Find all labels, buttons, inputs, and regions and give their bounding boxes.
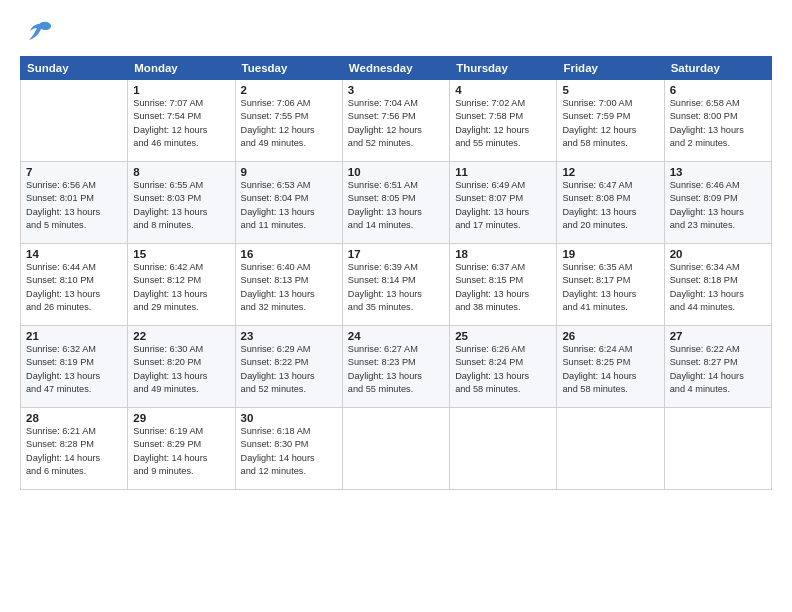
day-detail: Sunrise: 6:24 AMSunset: 8:25 PMDaylight:…: [562, 343, 658, 396]
day-detail: Sunrise: 6:53 AMSunset: 8:04 PMDaylight:…: [241, 179, 337, 232]
calendar-table: SundayMondayTuesdayWednesdayThursdayFrid…: [20, 56, 772, 490]
day-detail: Sunrise: 6:26 AMSunset: 8:24 PMDaylight:…: [455, 343, 551, 396]
day-detail: Sunrise: 6:44 AMSunset: 8:10 PMDaylight:…: [26, 261, 122, 314]
calendar-cell: 21Sunrise: 6:32 AMSunset: 8:19 PMDayligh…: [21, 326, 128, 408]
calendar-cell: 23Sunrise: 6:29 AMSunset: 8:22 PMDayligh…: [235, 326, 342, 408]
calendar-week-row: 14Sunrise: 6:44 AMSunset: 8:10 PMDayligh…: [21, 244, 772, 326]
day-detail: Sunrise: 6:29 AMSunset: 8:22 PMDaylight:…: [241, 343, 337, 396]
day-number: 5: [562, 84, 658, 96]
day-number: 18: [455, 248, 551, 260]
day-detail: Sunrise: 6:49 AMSunset: 8:07 PMDaylight:…: [455, 179, 551, 232]
day-number: 27: [670, 330, 766, 342]
day-number: 17: [348, 248, 444, 260]
day-number: 11: [455, 166, 551, 178]
calendar-cell: 27Sunrise: 6:22 AMSunset: 8:27 PMDayligh…: [664, 326, 771, 408]
day-number: 1: [133, 84, 229, 96]
calendar-cell: 28Sunrise: 6:21 AMSunset: 8:28 PMDayligh…: [21, 408, 128, 490]
day-number: 25: [455, 330, 551, 342]
day-number: 13: [670, 166, 766, 178]
calendar-cell: [450, 408, 557, 490]
day-detail: Sunrise: 6:18 AMSunset: 8:30 PMDaylight:…: [241, 425, 337, 478]
day-number: 14: [26, 248, 122, 260]
calendar-cell: 3Sunrise: 7:04 AMSunset: 7:56 PMDaylight…: [342, 80, 449, 162]
col-header-friday: Friday: [557, 57, 664, 80]
calendar-cell: 16Sunrise: 6:40 AMSunset: 8:13 PMDayligh…: [235, 244, 342, 326]
day-detail: Sunrise: 6:42 AMSunset: 8:12 PMDaylight:…: [133, 261, 229, 314]
day-detail: Sunrise: 6:56 AMSunset: 8:01 PMDaylight:…: [26, 179, 122, 232]
page: SundayMondayTuesdayWednesdayThursdayFrid…: [0, 0, 792, 612]
day-number: 22: [133, 330, 229, 342]
day-detail: Sunrise: 7:02 AMSunset: 7:58 PMDaylight:…: [455, 97, 551, 150]
calendar-cell: [21, 80, 128, 162]
day-number: 28: [26, 412, 122, 424]
calendar-cell: 19Sunrise: 6:35 AMSunset: 8:17 PMDayligh…: [557, 244, 664, 326]
day-number: 20: [670, 248, 766, 260]
calendar-cell: 22Sunrise: 6:30 AMSunset: 8:20 PMDayligh…: [128, 326, 235, 408]
calendar-cell: [664, 408, 771, 490]
day-number: 3: [348, 84, 444, 96]
calendar-cell: 13Sunrise: 6:46 AMSunset: 8:09 PMDayligh…: [664, 162, 771, 244]
day-detail: Sunrise: 6:21 AMSunset: 8:28 PMDaylight:…: [26, 425, 122, 478]
calendar-cell: 12Sunrise: 6:47 AMSunset: 8:08 PMDayligh…: [557, 162, 664, 244]
day-number: 9: [241, 166, 337, 178]
calendar-cell: 15Sunrise: 6:42 AMSunset: 8:12 PMDayligh…: [128, 244, 235, 326]
calendar-cell: 6Sunrise: 6:58 AMSunset: 8:00 PMDaylight…: [664, 80, 771, 162]
day-number: 4: [455, 84, 551, 96]
header: [20, 18, 772, 50]
day-number: 24: [348, 330, 444, 342]
day-detail: Sunrise: 6:30 AMSunset: 8:20 PMDaylight:…: [133, 343, 229, 396]
day-number: 30: [241, 412, 337, 424]
day-number: 2: [241, 84, 337, 96]
day-detail: Sunrise: 6:22 AMSunset: 8:27 PMDaylight:…: [670, 343, 766, 396]
col-header-tuesday: Tuesday: [235, 57, 342, 80]
logo: [20, 18, 53, 50]
calendar-cell: 29Sunrise: 6:19 AMSunset: 8:29 PMDayligh…: [128, 408, 235, 490]
day-detail: Sunrise: 6:27 AMSunset: 8:23 PMDaylight:…: [348, 343, 444, 396]
day-number: 19: [562, 248, 658, 260]
col-header-thursday: Thursday: [450, 57, 557, 80]
day-detail: Sunrise: 6:35 AMSunset: 8:17 PMDaylight:…: [562, 261, 658, 314]
day-detail: Sunrise: 6:47 AMSunset: 8:08 PMDaylight:…: [562, 179, 658, 232]
calendar-week-row: 1Sunrise: 7:07 AMSunset: 7:54 PMDaylight…: [21, 80, 772, 162]
day-detail: Sunrise: 6:58 AMSunset: 8:00 PMDaylight:…: [670, 97, 766, 150]
day-number: 26: [562, 330, 658, 342]
calendar-cell: 26Sunrise: 6:24 AMSunset: 8:25 PMDayligh…: [557, 326, 664, 408]
day-detail: Sunrise: 7:07 AMSunset: 7:54 PMDaylight:…: [133, 97, 229, 150]
calendar-cell: 9Sunrise: 6:53 AMSunset: 8:04 PMDaylight…: [235, 162, 342, 244]
col-header-saturday: Saturday: [664, 57, 771, 80]
calendar-cell: 20Sunrise: 6:34 AMSunset: 8:18 PMDayligh…: [664, 244, 771, 326]
calendar-cell: [557, 408, 664, 490]
calendar-week-row: 21Sunrise: 6:32 AMSunset: 8:19 PMDayligh…: [21, 326, 772, 408]
calendar-cell: 30Sunrise: 6:18 AMSunset: 8:30 PMDayligh…: [235, 408, 342, 490]
day-number: 10: [348, 166, 444, 178]
calendar-cell: 17Sunrise: 6:39 AMSunset: 8:14 PMDayligh…: [342, 244, 449, 326]
col-header-sunday: Sunday: [21, 57, 128, 80]
day-number: 8: [133, 166, 229, 178]
logo-bird-icon: [25, 18, 53, 50]
day-detail: Sunrise: 6:40 AMSunset: 8:13 PMDaylight:…: [241, 261, 337, 314]
calendar-week-row: 28Sunrise: 6:21 AMSunset: 8:28 PMDayligh…: [21, 408, 772, 490]
calendar-cell: 7Sunrise: 6:56 AMSunset: 8:01 PMDaylight…: [21, 162, 128, 244]
calendar-cell: 4Sunrise: 7:02 AMSunset: 7:58 PMDaylight…: [450, 80, 557, 162]
day-detail: Sunrise: 7:04 AMSunset: 7:56 PMDaylight:…: [348, 97, 444, 150]
day-number: 21: [26, 330, 122, 342]
calendar-cell: 14Sunrise: 6:44 AMSunset: 8:10 PMDayligh…: [21, 244, 128, 326]
day-detail: Sunrise: 6:34 AMSunset: 8:18 PMDaylight:…: [670, 261, 766, 314]
day-detail: Sunrise: 7:00 AMSunset: 7:59 PMDaylight:…: [562, 97, 658, 150]
calendar-cell: 5Sunrise: 7:00 AMSunset: 7:59 PMDaylight…: [557, 80, 664, 162]
day-detail: Sunrise: 6:37 AMSunset: 8:15 PMDaylight:…: [455, 261, 551, 314]
day-number: 29: [133, 412, 229, 424]
day-number: 12: [562, 166, 658, 178]
calendar-cell: 18Sunrise: 6:37 AMSunset: 8:15 PMDayligh…: [450, 244, 557, 326]
calendar-cell: 8Sunrise: 6:55 AMSunset: 8:03 PMDaylight…: [128, 162, 235, 244]
calendar-header-row: SundayMondayTuesdayWednesdayThursdayFrid…: [21, 57, 772, 80]
calendar-cell: 25Sunrise: 6:26 AMSunset: 8:24 PMDayligh…: [450, 326, 557, 408]
col-header-wednesday: Wednesday: [342, 57, 449, 80]
day-detail: Sunrise: 6:19 AMSunset: 8:29 PMDaylight:…: [133, 425, 229, 478]
calendar-cell: 2Sunrise: 7:06 AMSunset: 7:55 PMDaylight…: [235, 80, 342, 162]
col-header-monday: Monday: [128, 57, 235, 80]
day-number: 16: [241, 248, 337, 260]
calendar-week-row: 7Sunrise: 6:56 AMSunset: 8:01 PMDaylight…: [21, 162, 772, 244]
calendar-cell: 24Sunrise: 6:27 AMSunset: 8:23 PMDayligh…: [342, 326, 449, 408]
day-detail: Sunrise: 6:51 AMSunset: 8:05 PMDaylight:…: [348, 179, 444, 232]
